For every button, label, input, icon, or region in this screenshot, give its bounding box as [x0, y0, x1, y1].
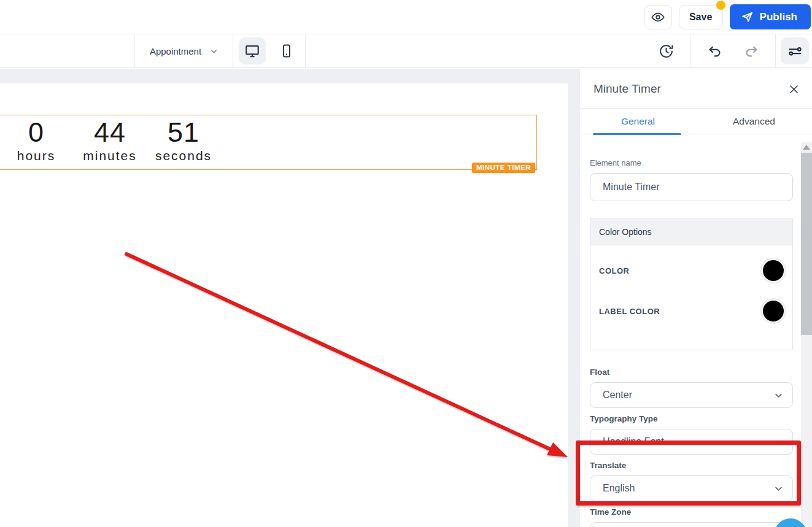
close-panel-button[interactable] [788, 83, 800, 95]
typography-field-group: Typography Type Headline Font [590, 414, 793, 455]
timer-minutes-value: 44 [73, 118, 147, 147]
publish-button[interactable]: Publish [730, 4, 811, 29]
redo-button[interactable] [736, 34, 767, 68]
version-history-button[interactable] [651, 34, 681, 68]
float-field-group: Float Center [590, 367, 793, 408]
toolbar-right-group [651, 34, 812, 67]
page-settings-button[interactable] [781, 37, 809, 64]
tab-advanced[interactable]: Advanced [696, 109, 812, 134]
tab-general[interactable]: General [580, 109, 696, 134]
redo-icon [744, 44, 759, 59]
element-name-input[interactable] [590, 173, 793, 201]
typography-label: Typography Type [590, 414, 793, 423]
page-builder: Save Publish Appointment [0, 0, 812, 527]
label-color-label: LABEL COLOR [599, 307, 660, 316]
chevron-down-icon [774, 437, 783, 447]
typography-select[interactable]: Headline Font [590, 429, 793, 455]
timer-seconds: 51 seconds [147, 118, 220, 163]
panel-scrollbar[interactable] [801, 142, 812, 527]
timer-hours-label: hours [0, 148, 73, 163]
toolbar-left-spacer [0, 34, 135, 67]
timezone-select[interactable] [590, 522, 793, 527]
timer-seconds-label: seconds [147, 148, 220, 163]
desktop-view-button[interactable] [239, 37, 266, 64]
timezone-label: Time Zone [590, 507, 793, 517]
x-icon [788, 83, 800, 95]
undo-redo-group [690, 34, 775, 68]
timer-minutes-label: minutes [73, 148, 147, 163]
translate-select[interactable]: English [590, 475, 793, 501]
preview-button[interactable] [644, 5, 672, 29]
toolbar-flex-spacer [306, 34, 651, 67]
timer-hours-value: 0 [0, 118, 73, 147]
scrollbar-thumb[interactable] [801, 153, 812, 335]
label-color-row: LABEL COLOR [599, 291, 784, 331]
canvas-region: 0 hours 44 minutes 51 seconds MINUTE TIM… [0, 69, 580, 527]
color-options-header: Color Options [590, 218, 792, 245]
topbar: Save Publish [0, 0, 812, 34]
timer-minutes: 44 minutes [73, 118, 147, 163]
eye-icon [651, 10, 665, 24]
color-swatch[interactable] [763, 260, 784, 281]
translate-field-group: Translate English [590, 461, 793, 501]
chevron-down-icon [210, 47, 218, 55]
page-canvas[interactable]: 0 hours 44 minutes 51 seconds MINUTE TIM… [0, 83, 568, 527]
float-label: Float [590, 367, 793, 377]
page-selector-dropdown[interactable]: Appointment [135, 34, 233, 67]
chevron-down-icon [774, 391, 783, 400]
label-color-swatch[interactable] [763, 301, 784, 321]
sliders-icon [787, 44, 803, 59]
color-options-card: Color Options COLOR LABEL COLOR [590, 218, 793, 350]
scrollbar-up-arrow[interactable] [803, 145, 810, 150]
typography-select-value: Headline Font [603, 436, 664, 447]
publish-label: Publish [760, 11, 797, 23]
selected-element-badge: MINUTE TIMER [472, 163, 535, 173]
panel-title: Minute Timer [594, 82, 661, 96]
unsaved-changes-dot [716, 1, 725, 10]
send-icon [741, 10, 754, 23]
save-button[interactable]: Save [679, 5, 723, 29]
clock-history-icon [659, 44, 674, 59]
panel-header: Minute Timer [580, 69, 812, 96]
float-select-value: Center [603, 390, 632, 401]
element-settings-panel: Minute Timer General Advanced Element na… [580, 69, 812, 527]
phone-icon [279, 44, 294, 58]
monitor-icon [244, 43, 260, 59]
device-toggle-group [233, 34, 306, 67]
timezone-field-group: Time Zone [590, 507, 793, 527]
float-select[interactable]: Center [590, 382, 793, 408]
timer-row: 0 hours 44 minutes 51 seconds [0, 115, 536, 163]
page-selector-label: Appointment [150, 46, 201, 56]
minute-timer-element[interactable]: 0 hours 44 minutes 51 seconds MINUTE TIM… [0, 115, 537, 170]
panel-tabs: General Advanced [580, 108, 812, 134]
color-options-body: COLOR LABEL COLOR [590, 245, 792, 350]
undo-button[interactable] [699, 34, 730, 68]
element-name-label: Element name [590, 158, 793, 167]
translate-label: Translate [590, 461, 793, 470]
timer-seconds-value: 51 [147, 118, 220, 147]
save-button-wrap: Save [679, 5, 723, 29]
undo-icon [707, 44, 722, 59]
builder-toolbar: Appointment [0, 34, 812, 68]
toolbar-divider [775, 34, 776, 68]
color-label: COLOR [599, 266, 629, 275]
panel-body: Element name Color Options COLOR LABEL C… [580, 134, 812, 527]
translate-select-value: English [603, 483, 635, 494]
chevron-down-icon [774, 484, 783, 493]
mobile-view-button[interactable] [273, 37, 300, 64]
color-row: COLOR [599, 250, 784, 291]
timer-hours: 0 hours [0, 118, 73, 163]
